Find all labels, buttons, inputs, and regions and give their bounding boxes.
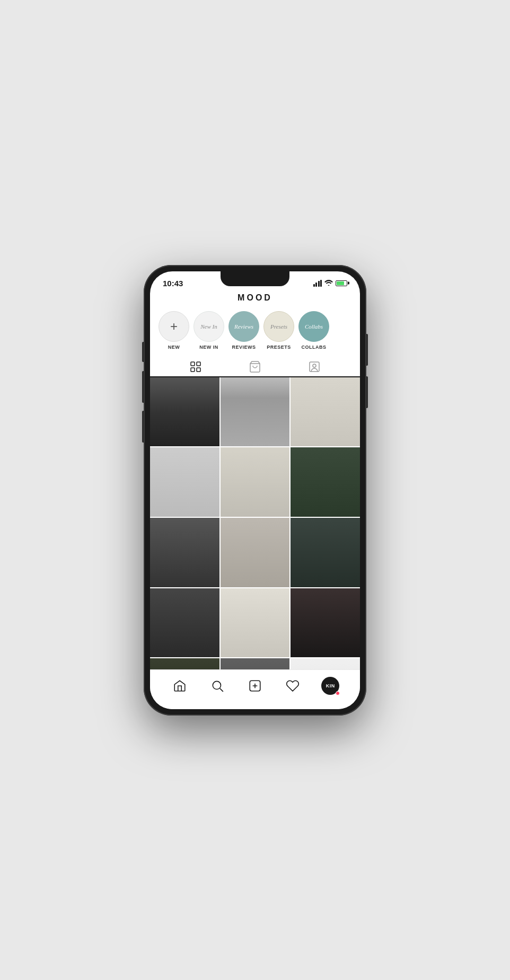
nav-search[interactable] [207,675,228,696]
tab-icons-row [150,356,360,377]
svg-rect-0 [191,362,195,366]
story-reviews[interactable]: Reviews REVIEWS [228,311,259,350]
phone-shell: 10:43 [144,265,366,716]
story-circle-collabs[interactable]: Collabs [298,311,329,342]
grid-cell-14[interactable] [221,658,290,669]
story-text-new-in: New In [200,323,217,330]
svg-point-7 [213,681,221,689]
tab-grid[interactable] [189,360,202,373]
story-label-collabs: COLLABS [302,345,327,350]
story-presets[interactable]: Presets PRESETS [263,311,294,350]
app-header: MOOD [150,290,360,308]
photo-grid [150,377,360,669]
phone-wrapper: 10:43 [144,265,366,716]
status-time: 10:43 [163,279,183,288]
tab-tagged[interactable] [308,360,321,373]
grid-cell-12[interactable] [291,588,360,658]
app-title: MOOD [238,293,272,302]
volume-right-button [366,376,368,408]
heart-icon [286,679,300,693]
wifi-icon [324,279,333,287]
story-circle-reviews[interactable]: Reviews [228,311,259,342]
svg-rect-5 [310,362,319,372]
nav-avatar[interactable]: KIN [321,677,339,695]
volume-down-button [142,411,144,443]
grid-cell-1[interactable] [150,377,219,447]
photo-grid-container[interactable] [150,377,360,669]
story-circle-new[interactable]: + [159,311,189,342]
bottom-nav: KIN [150,669,360,709]
grid-cell-11[interactable] [221,588,290,658]
stories-row: + New New In NEW IN Reviews REVIEWS [150,308,360,356]
grid-icon [189,360,202,373]
story-new-in[interactable]: New In NEW IN [194,311,224,350]
svg-line-8 [220,688,223,691]
plus-icon: + [170,320,178,333]
grid-cell-10[interactable] [150,588,219,658]
search-icon [210,679,224,693]
grid-cell-3[interactable] [291,377,360,447]
grid-cell-8[interactable] [221,518,290,587]
silent-button [142,342,144,362]
tab-shop[interactable] [249,360,261,373]
svg-point-6 [313,364,316,367]
story-label-new: New [168,345,180,350]
shop-icon [249,360,261,373]
story-label-presets: PRESETS [267,345,291,350]
story-text-reviews: Reviews [234,323,253,330]
nav-avatar-text: KIN [326,683,335,688]
nav-avatar-dot [336,691,340,695]
battery-fill [337,281,344,285]
grid-cell-15[interactable] [291,658,360,669]
story-collabs[interactable]: Collabs COLLABS [298,311,329,350]
story-new[interactable]: + New [159,311,189,350]
svg-rect-3 [197,368,200,372]
grid-cell-4[interactable] [150,447,219,517]
notch [221,271,289,286]
story-circle-new-in[interactable]: New In [194,311,224,342]
add-icon [248,679,262,693]
phone-screen: 10:43 [150,271,360,709]
nav-home[interactable] [169,675,190,696]
grid-cell-6[interactable] [291,447,360,517]
volume-up-button [142,371,144,403]
svg-rect-1 [197,362,200,366]
home-icon [173,679,187,693]
nav-add[interactable] [244,675,266,696]
story-label-new-in: NEW IN [199,345,218,350]
nav-likes[interactable] [282,675,303,696]
grid-cell-2[interactable] [221,377,290,447]
tagged-icon [308,360,321,373]
story-circle-presets[interactable]: Presets [263,311,294,342]
signal-icon [313,280,322,287]
story-text-collabs: Collabs [305,323,323,330]
status-icons [313,279,348,287]
power-button [366,334,368,366]
grid-cell-13[interactable] [150,658,219,669]
svg-rect-2 [191,368,195,372]
nav-profile[interactable]: KIN [320,675,341,696]
story-text-presets: Presets [270,323,287,330]
grid-cell-7[interactable] [150,518,219,587]
grid-cell-5[interactable] [221,447,290,517]
battery-icon [336,280,347,286]
grid-cell-9[interactable] [291,518,360,587]
story-label-reviews: REVIEWS [232,345,256,350]
